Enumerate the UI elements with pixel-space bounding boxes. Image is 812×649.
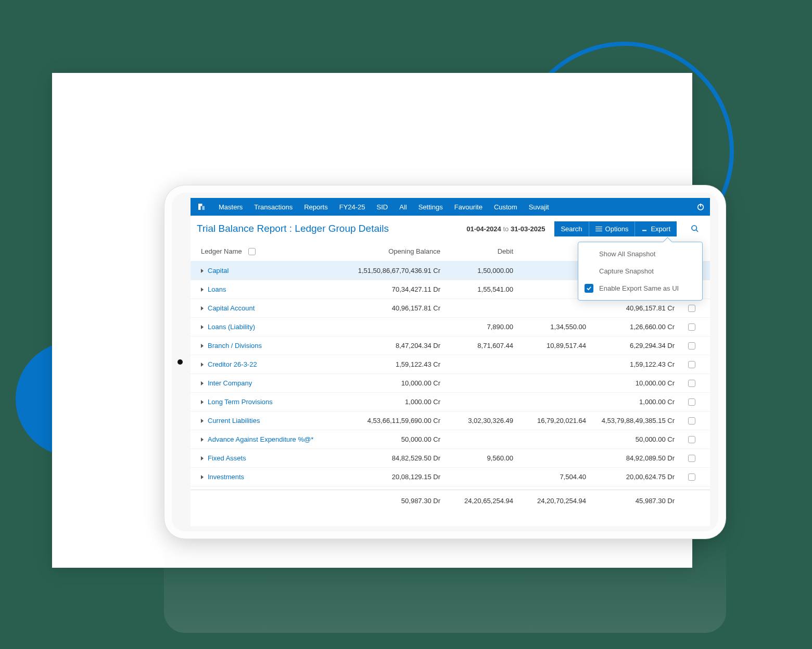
expand-caret-icon[interactable] bbox=[201, 288, 204, 292]
table-row[interactable]: Branch / Divisions8,47,204.34 Dr8,71,607… bbox=[191, 336, 710, 355]
nav-fiscal-year[interactable]: FY24-25 bbox=[339, 203, 365, 211]
ledger-name-cell[interactable]: Inter Company bbox=[196, 379, 352, 387]
ledger-name-cell[interactable]: Branch / Divisions bbox=[196, 342, 352, 350]
options-button[interactable]: Options bbox=[589, 221, 635, 236]
credit-cell: 16,79,20,021.64 bbox=[513, 417, 586, 425]
row-checkbox[interactable] bbox=[688, 342, 695, 350]
svg-point-5 bbox=[692, 226, 696, 230]
nav-sid[interactable]: SID bbox=[377, 203, 388, 211]
app-logo-icon[interactable] bbox=[196, 201, 207, 213]
ledger-name-cell[interactable]: Loans (Liability) bbox=[196, 323, 352, 331]
row-checkbox[interactable] bbox=[688, 455, 695, 462]
nav-masters[interactable]: Masters bbox=[219, 203, 243, 211]
search-icon[interactable] bbox=[686, 221, 704, 236]
svg-line-6 bbox=[696, 230, 698, 232]
debit-cell: 8,71,607.44 bbox=[440, 342, 513, 350]
table-row[interactable]: Current Liabilities4,53,66,11,59,690.00 … bbox=[191, 411, 710, 430]
date-from: 01-04-2024 bbox=[466, 225, 501, 233]
expand-caret-icon[interactable] bbox=[201, 363, 204, 367]
closing-cell: 50,000.00 Cr bbox=[586, 435, 675, 443]
table-row[interactable]: Creditor 26-3-221,59,122.43 Cr1,59,122.4… bbox=[191, 355, 710, 374]
nav-user[interactable]: Suvajit bbox=[529, 203, 549, 211]
expand-caret-icon[interactable] bbox=[201, 438, 204, 442]
opening-balance-cell: 50,000.00 Cr bbox=[352, 435, 440, 443]
credit-cell: 7,504.40 bbox=[513, 473, 586, 481]
search-button[interactable]: Search bbox=[554, 221, 588, 236]
ledger-name-cell[interactable]: Investments bbox=[196, 473, 352, 481]
date-range[interactable]: 01-04-2024 to 31-03-2025 bbox=[466, 225, 545, 233]
col-opening-balance[interactable]: Opening Balance bbox=[352, 247, 440, 255]
options-dropdown: Show All Snapshot Capture Snapshot Enabl… bbox=[578, 242, 703, 301]
nav-settings[interactable]: Settings bbox=[418, 203, 443, 211]
col-ledger-name[interactable]: Ledger Name bbox=[201, 247, 242, 255]
nav-all[interactable]: All bbox=[399, 203, 407, 211]
export-button-label: Export bbox=[651, 225, 670, 233]
nav-transactions[interactable]: Transactions bbox=[254, 203, 293, 211]
date-to: 31-03-2025 bbox=[511, 225, 545, 233]
paper-backdrop: Masters Transactions Reports FY24-25 SID… bbox=[52, 73, 692, 568]
debit-cell: 9,560.00 bbox=[440, 454, 513, 462]
ledger-name-cell[interactable]: Loans bbox=[196, 285, 352, 293]
expand-caret-icon[interactable] bbox=[201, 306, 204, 310]
row-checkbox[interactable] bbox=[688, 305, 695, 312]
credit-cell: 1,34,550.00 bbox=[513, 323, 586, 331]
expand-caret-icon[interactable] bbox=[201, 400, 204, 404]
table-row[interactable]: Fixed Assets84,82,529.50 Dr9,560.0084,92… bbox=[191, 449, 710, 468]
row-checkbox[interactable] bbox=[688, 398, 695, 406]
closing-cell: 40,96,157.81 Cr bbox=[586, 304, 675, 312]
row-checkbox[interactable] bbox=[688, 473, 695, 481]
ledger-name-cell[interactable]: Capital Account bbox=[196, 304, 352, 312]
nav-reports[interactable]: Reports bbox=[304, 203, 328, 211]
ledger-name-cell[interactable]: Long Term Provisions bbox=[196, 398, 352, 406]
table-row[interactable]: Investments20,08,129.15 Dr7,504.4020,00,… bbox=[191, 468, 710, 486]
debit-cell: 1,50,000.00 bbox=[440, 267, 513, 274]
table-row[interactable]: Advance Against Expenditure %@*50,000.00… bbox=[191, 430, 710, 449]
select-all-checkbox[interactable] bbox=[248, 248, 256, 255]
expand-caret-icon[interactable] bbox=[201, 269, 204, 273]
opening-balance-cell: 10,000.00 Cr bbox=[352, 379, 440, 387]
row-checkbox[interactable] bbox=[688, 436, 695, 443]
app-screen: Masters Transactions Reports FY24-25 SID… bbox=[191, 198, 710, 526]
table-row[interactable]: Long Term Provisions1,000.00 Cr1,000.00 … bbox=[191, 393, 710, 411]
opening-balance-cell: 4,53,66,11,59,690.00 Cr bbox=[352, 417, 440, 425]
ledger-name-label: Long Term Provisions bbox=[208, 398, 273, 406]
row-checkbox[interactable] bbox=[688, 380, 695, 387]
tablet-camera-icon bbox=[177, 359, 183, 365]
opening-balance-cell: 1,51,50,86,67,70,436.91 Cr bbox=[352, 267, 440, 274]
expand-caret-icon[interactable] bbox=[201, 475, 204, 479]
ledger-name-cell[interactable]: Capital bbox=[196, 267, 352, 274]
ledger-name-label: Branch / Divisions bbox=[208, 342, 262, 350]
tablet-frame: Masters Transactions Reports FY24-25 SID… bbox=[164, 185, 726, 539]
dropdown-item-label: Capture Snapshot bbox=[599, 267, 654, 275]
col-debit[interactable]: Debit bbox=[440, 247, 513, 255]
table-row[interactable]: Loans (Liability)7,890.001,34,550.001,26… bbox=[191, 318, 710, 336]
opening-balance-cell: 40,96,157.81 Cr bbox=[352, 304, 440, 312]
nav-custom[interactable]: Custom bbox=[494, 203, 517, 211]
ledger-name-cell[interactable]: Creditor 26-3-22 bbox=[196, 360, 352, 368]
dropdown-capture-snapshot[interactable]: Capture Snapshot bbox=[578, 263, 702, 280]
expand-caret-icon[interactable] bbox=[201, 419, 204, 423]
power-icon[interactable] bbox=[696, 203, 705, 211]
table-row[interactable]: Capital Account40,96,157.81 Cr40,96,157.… bbox=[191, 299, 710, 318]
expand-caret-icon[interactable] bbox=[201, 325, 204, 329]
dropdown-enable-export-same-as-ui[interactable]: Enable Export Same as UI bbox=[578, 280, 702, 297]
expand-caret-icon[interactable] bbox=[201, 344, 204, 348]
row-checkbox[interactable] bbox=[688, 361, 695, 368]
debit-cell: 3,02,30,326.49 bbox=[440, 417, 513, 425]
ledger-name-label: Fixed Assets bbox=[208, 454, 246, 462]
row-checkbox[interactable] bbox=[688, 323, 695, 331]
ledger-name-cell[interactable]: Current Liabilities bbox=[196, 417, 352, 425]
checkbox-checked-icon[interactable] bbox=[585, 284, 593, 293]
export-button[interactable]: Export bbox=[635, 221, 677, 236]
table-row[interactable]: Inter Company10,000.00 Cr10,000.00 Cr bbox=[191, 374, 710, 393]
opening-balance-cell: 70,34,427.11 Dr bbox=[352, 285, 440, 293]
nav-favourite[interactable]: Favourite bbox=[454, 203, 483, 211]
ledger-name-cell[interactable]: Fixed Assets bbox=[196, 454, 352, 462]
expand-caret-icon[interactable] bbox=[201, 456, 204, 460]
dropdown-show-all-snapshot[interactable]: Show All Snapshot bbox=[578, 245, 702, 263]
row-checkbox[interactable] bbox=[688, 417, 695, 425]
ledger-name-cell[interactable]: Advance Against Expenditure %@* bbox=[196, 435, 352, 443]
debit-cell: 1,55,541.00 bbox=[440, 285, 513, 293]
expand-caret-icon[interactable] bbox=[201, 381, 204, 385]
subheader: Trial Balance Report : Ledger Group Deta… bbox=[191, 216, 710, 242]
